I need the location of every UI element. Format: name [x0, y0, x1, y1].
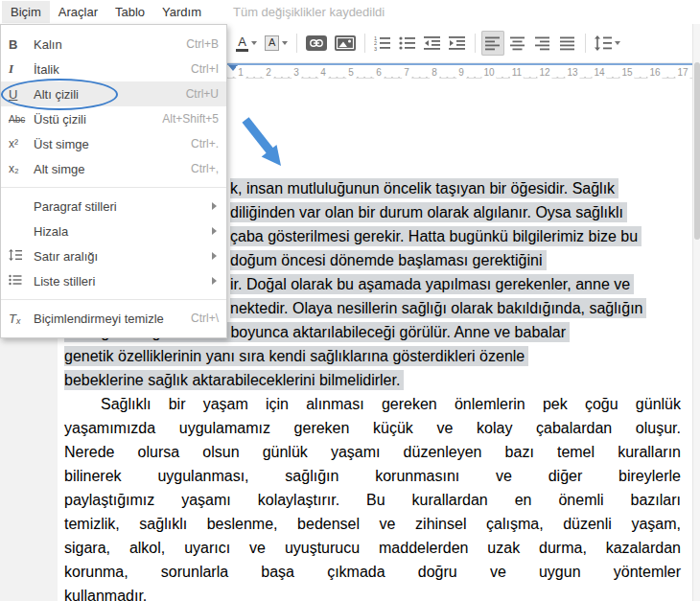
underline-icon: U: [9, 87, 34, 102]
doc-line[interactable]: korunma, sorunlarla başa çıkmada doğru v…: [64, 563, 681, 582]
menubar-item-yardim[interactable]: Yardım: [153, 1, 210, 23]
highlight-color-icon: A: [265, 35, 279, 51]
menu-item-satir-araligi[interactable]: Satır aralığı: [1, 243, 226, 268]
superscript-icon: x²: [9, 137, 34, 150]
bulleted-list-button[interactable]: [396, 31, 419, 56]
link-icon: [306, 35, 327, 51]
ruler-number: 14: [592, 66, 606, 79]
text-color-button[interactable]: A: [233, 31, 260, 56]
menu-item-shortcut: Ctrl+B: [186, 37, 219, 51]
menubar-item-bicim[interactable]: Biçim: [2, 1, 50, 23]
ruler-number: 8: [430, 66, 439, 79]
menu-item-hizala[interactable]: Hizala: [1, 219, 226, 243]
chevron-down-icon: [251, 41, 257, 45]
image-icon: [335, 35, 356, 51]
menu-item-italik[interactable]: I İtalik Ctrl+I: [1, 57, 226, 81]
doc-line[interactable]: k, insan mutluluğunun öncelik taşıyan bi…: [230, 179, 618, 198]
menu-item-shortcut: Ctrl+,: [191, 162, 219, 175]
align-justify-button[interactable]: [556, 31, 579, 56]
ruler-number: 15: [619, 66, 634, 79]
insert-image-button[interactable]: [332, 31, 359, 56]
doc-line[interactable]: ir. Doğal olarak bu aşamada yapılması ge…: [230, 275, 634, 294]
line-spacing-icon: [9, 249, 34, 264]
doc-line[interactable]: genetik özelliklerinin yanı sıra kendi s…: [64, 347, 528, 366]
save-status-text: Tüm değişiklikler kaydedildi: [233, 5, 385, 19]
numbered-list-icon: 1 2 3: [374, 35, 391, 51]
doc-line[interactable]: doğum öncesi dönemde başlaması gerektiği…: [230, 251, 547, 270]
toolbar: A A: [227, 24, 692, 63]
menu-item-liste-stilleri[interactable]: Liste stilleri: [1, 268, 226, 293]
menu-item-ust-simge[interactable]: x² Üst simge Ctrl+.: [1, 131, 226, 156]
menu-item-shortcut: Ctrl+\: [191, 312, 219, 325]
submenu-arrow-icon: [212, 277, 217, 285]
menu-separator: [1, 187, 226, 188]
format-menu-dropdown: B Kalın Ctrl+B I İtalik Ctrl+I U Altı çi…: [0, 24, 227, 338]
vertical-scrollbar[interactable]: [692, 24, 700, 601]
menubar-item-araclar[interactable]: Araçlar: [50, 1, 106, 23]
text-color-icon: A: [236, 35, 248, 52]
scrollbar-thumb[interactable]: [694, 62, 700, 240]
submenu-arrow-icon: [212, 202, 217, 210]
doc-line[interactable]: temizlik, sağlıklı beslenme, bedensel ve…: [64, 515, 681, 534]
doc-line[interactable]: çaba gösterilmesi gerekir. Hatta bugünkü…: [230, 227, 642, 246]
align-left-icon: [485, 35, 501, 51]
doc-line[interactable]: bilinerek uygulanması, sağlığın korunmas…: [64, 467, 681, 486]
align-right-button[interactable]: [531, 31, 554, 56]
decrease-indent-button[interactable]: [421, 31, 444, 56]
google-docs-window: Biçim Araçlar Tablo Yardım Tüm değişikli…: [0, 0, 700, 601]
doc-line[interactable]: diliğinden var olan bir durum olarak alg…: [230, 203, 627, 222]
increase-indent-button[interactable]: [446, 31, 469, 56]
menu-item-label: Hizala: [34, 224, 212, 239]
ruler-number: 16: [647, 66, 662, 79]
menu-item-paragraf-stilleri[interactable]: Paragraf stilleri: [1, 194, 226, 219]
doc-line[interactable]: Nerede olursa olsun günlük yaşamı düzenl…: [64, 443, 681, 462]
submenu-arrow-icon: [212, 227, 217, 235]
menu-item-shortcut: Alt+Shift+5: [162, 112, 219, 126]
menubar-item-tablo[interactable]: Tablo: [106, 1, 153, 23]
list-styles-icon: [9, 274, 34, 289]
toolbar-separator: [475, 34, 476, 53]
ruler-number: 7: [402, 66, 411, 79]
menu-item-shortcut: Ctrl+.: [191, 137, 219, 150]
menu-item-alti-cizili[interactable]: U Altı çizili Ctrl+U: [1, 81, 226, 106]
toolbar-separator: [296, 34, 297, 53]
indent-icon: [449, 35, 466, 51]
numbered-list-button[interactable]: 1 2 3: [371, 31, 394, 56]
menu-item-alt-simge[interactable]: x₂ Alt simge Ctrl+,: [1, 156, 226, 181]
doc-line[interactable]: bebeklerine sağlık aktarabileceklerini b…: [64, 371, 404, 390]
line-spacing-button[interactable]: [592, 31, 623, 56]
doc-line[interactable]: nektedir. Olaya nesillerin sağlığı olara…: [230, 299, 646, 318]
doc-line[interactable]: kullanmadır.: [64, 587, 147, 601]
menu-item-shortcut: Ctrl+U: [186, 87, 219, 101]
doc-line[interactable]: sigara, alkol, uyarıcı ve uyuşturucu mad…: [64, 539, 681, 558]
strikethrough-icon: Abc: [9, 114, 34, 125]
horizontal-ruler[interactable]: 1 2 3 4 5 6 7 8 9 10 11 12 13 14 15 16 1…: [227, 63, 692, 79]
highlight-color-button[interactable]: A: [262, 31, 291, 56]
ruler-number: 10: [481, 66, 496, 79]
align-left-button[interactable]: [481, 31, 504, 56]
ruler-number: 13: [565, 66, 579, 79]
align-center-button[interactable]: [506, 31, 529, 56]
chevron-down-icon: [615, 41, 620, 45]
toolbar-separator: [364, 34, 365, 53]
menu-item-label: Liste stilleri: [34, 274, 212, 289]
ruler-number: 3: [292, 66, 301, 79]
doc-line[interactable]: Sağlıklı bir yaşam için alınması gereken…: [64, 395, 681, 414]
ruler-number: 6: [374, 66, 384, 79]
outdent-icon: [424, 35, 441, 51]
menu-item-bicimlendirmeyi-temizle[interactable]: Tₓ Biçimlendirmeyi temizle Ctrl+\: [1, 306, 226, 331]
line-spacing-icon: [595, 35, 612, 51]
menu-item-shortcut: Ctrl+I: [191, 62, 219, 76]
insert-link-button[interactable]: [303, 31, 330, 56]
ruler-number: 1: [236, 66, 245, 79]
bold-icon: B: [9, 37, 34, 52]
subscript-icon: x₂: [9, 162, 34, 175]
menu-item-label: Biçimlendirmeyi temizle: [34, 312, 191, 326]
doc-line[interactable]: paylaştığımız yaşamı kolaylaştırır. Bu k…: [64, 491, 681, 510]
doc-line[interactable]: yaşamımızda uygulamamız gereken küçük ve…: [64, 419, 681, 438]
clear-formatting-icon: Tₓ: [9, 312, 34, 326]
menu-item-kalin[interactable]: B Kalın Ctrl+B: [1, 32, 226, 57]
menu-item-ustu-cizili[interactable]: Abc Üstü çizili Alt+Shift+5: [1, 106, 226, 131]
menu-item-label: Kalın: [34, 37, 186, 52]
ruler-number: 4: [318, 66, 328, 79]
